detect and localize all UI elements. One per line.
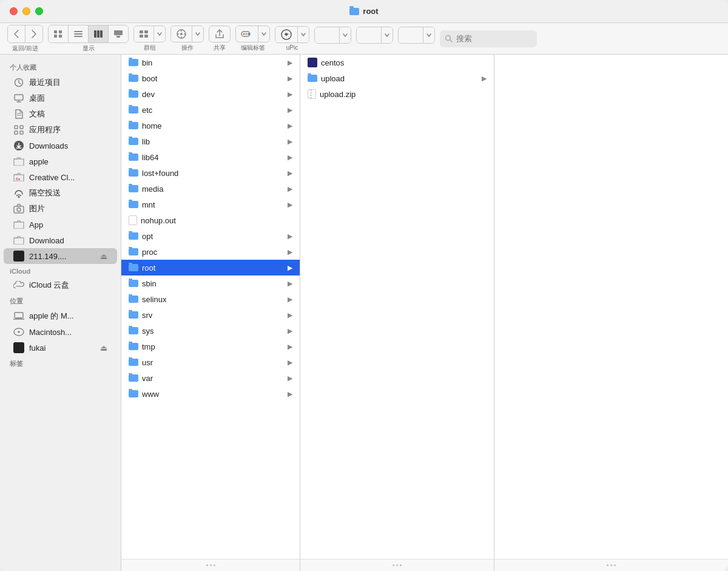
- file-row-etc[interactable]: etc ▶: [121, 102, 300, 118]
- group-main-button[interactable]: [134, 26, 153, 42]
- sidebar-item-documents[interactable]: 文稿: [4, 106, 117, 122]
- sidebar-item-fukai-drive[interactable]: 211.149.... ⏏: [4, 248, 117, 264]
- forward-button[interactable]: [25, 25, 42, 42]
- svg-rect-1: [59, 30, 62, 33]
- eject-button-drive[interactable]: ⏏: [100, 252, 107, 261]
- action-main-button[interactable]: [171, 26, 192, 42]
- eject-button-fukai[interactable]: ⏏: [100, 343, 107, 353]
- file-name: sbin: [129, 279, 288, 288]
- sidebar-item-downloads[interactable]: Downloads: [4, 138, 117, 154]
- sort-button-3: [398, 27, 435, 44]
- file-row-selinux[interactable]: selinux ▶: [121, 291, 300, 307]
- file-row-home[interactable]: home ▶: [121, 118, 300, 133]
- action-arrow-button[interactable]: [192, 26, 203, 42]
- file-name: var: [129, 374, 288, 383]
- chevron-icon: ▶: [288, 264, 292, 272]
- sort-main-2[interactable]: [357, 27, 381, 43]
- file-row-centos[interactable]: centos: [300, 55, 494, 70]
- view-icon-button[interactable]: [49, 25, 68, 42]
- edit-tag-button: [235, 25, 270, 42]
- file-row-proc[interactable]: proc ▶: [121, 244, 300, 260]
- minimize-button[interactable]: [22, 7, 30, 15]
- sidebar-item-apple[interactable]: apple: [4, 154, 117, 169]
- file-row-bin[interactable]: bin ▶: [121, 55, 300, 70]
- file-name: mnt: [129, 200, 288, 209]
- sidebar-item-airdrop[interactable]: 隔空投送: [4, 185, 117, 201]
- file-row-www[interactable]: www ▶: [121, 386, 300, 402]
- file-row-mnt[interactable]: mnt ▶: [121, 197, 300, 212]
- share-button[interactable]: [209, 25, 231, 42]
- file-row-srv[interactable]: srv ▶: [121, 307, 300, 323]
- sort-button-1: [314, 27, 351, 44]
- file-row-lib[interactable]: lib ▶: [121, 133, 300, 149]
- file-name: usr: [129, 358, 288, 367]
- chevron-icon: ▶: [288, 154, 292, 161]
- app-folder-icon: [13, 219, 24, 230]
- col2-handle[interactable]: [300, 559, 494, 571]
- file-row-nohup.out[interactable]: nohup.out: [121, 212, 300, 228]
- file-row-upload[interactable]: upload ▶: [300, 70, 494, 86]
- download-folder-icon: [13, 235, 24, 246]
- sort-arrow-2[interactable]: [381, 27, 393, 43]
- file-row-tmp[interactable]: tmp ▶: [121, 339, 300, 354]
- view-list-button[interactable]: [68, 25, 88, 42]
- preview-area: [494, 55, 728, 559]
- file-row-opt[interactable]: opt ▶: [121, 228, 300, 244]
- folder-icon: [129, 343, 138, 350]
- file-row-usr[interactable]: usr ▶: [121, 354, 300, 370]
- sidebar-item-download[interactable]: Download: [4, 232, 117, 248]
- maximize-button[interactable]: [35, 7, 43, 15]
- sidebar-item-icloud[interactable]: iCloud 云盘: [4, 277, 117, 293]
- sort-arrow-3[interactable]: [423, 27, 434, 43]
- col3-handle[interactable]: [494, 559, 728, 571]
- group-arrow-button[interactable]: [153, 26, 165, 42]
- search-box[interactable]: [440, 30, 537, 47]
- sidebar-item-macintosh[interactable]: Macintosh...: [4, 324, 117, 340]
- close-button[interactable]: [10, 7, 18, 15]
- svg-rect-9: [100, 30, 103, 38]
- sort-button-2: [356, 27, 393, 44]
- svg-rect-35: [20, 126, 23, 129]
- upic-main-button[interactable]: [275, 27, 297, 42]
- sidebar-item-desktop[interactable]: 桌面: [4, 90, 117, 106]
- file-row-var[interactable]: var ▶: [121, 370, 300, 386]
- camera-icon: [13, 203, 24, 214]
- file-row-sbin[interactable]: sbin ▶: [121, 275, 300, 291]
- svg-rect-2: [54, 35, 57, 38]
- file-row-dev[interactable]: dev ▶: [121, 86, 300, 102]
- sort-main-3[interactable]: [399, 27, 423, 43]
- file-row-boot[interactable]: boot ▶: [121, 70, 300, 86]
- file-row-root[interactable]: root ▶: [121, 260, 300, 275]
- apple-folder-icon: [13, 156, 24, 167]
- sort-arrow-1[interactable]: [339, 27, 351, 43]
- file-name: nohup.out: [129, 215, 292, 225]
- upic-arrow-button[interactable]: [297, 27, 309, 42]
- file-row-upload.zip[interactable]: upload.zip: [300, 86, 494, 102]
- chevron-icon: ▶: [288, 106, 292, 114]
- sort-main-1[interactable]: [315, 27, 339, 43]
- file-row-sys[interactable]: sys ▶: [121, 323, 300, 339]
- file-row-lib64[interactable]: lib64 ▶: [121, 149, 300, 165]
- sidebar-item-fukai[interactable]: fukai ⏏: [4, 340, 117, 356]
- back-button[interactable]: [8, 25, 25, 42]
- column-1: bin ▶ boot ▶ dev ▶ etc ▶ home: [121, 55, 300, 571]
- view-cover-button[interactable]: [108, 25, 128, 42]
- edit-tag-arrow-button[interactable]: [258, 26, 269, 42]
- file-name: bin: [129, 58, 288, 67]
- file-row-media[interactable]: media ▶: [121, 181, 300, 197]
- sidebar-item-app[interactable]: App: [4, 217, 117, 232]
- search-input[interactable]: [456, 34, 529, 43]
- view-column-button[interactable]: [88, 25, 108, 42]
- edit-tag-main-button[interactable]: [236, 26, 258, 42]
- sidebar-item-recents[interactable]: 最近项目: [4, 75, 117, 90]
- sidebar-item-apple-mac[interactable]: apple 的 M...: [4, 308, 117, 324]
- sidebar-item-apps[interactable]: 应用程序: [4, 122, 117, 138]
- sidebar-item-creative[interactable]: Cc Creative Cl...: [4, 169, 117, 185]
- file-row-lost+found[interactable]: lost+found ▶: [121, 165, 300, 181]
- sidebar-item-photos[interactable]: 图片: [4, 201, 117, 217]
- column-1-rows: bin ▶ boot ▶ dev ▶ etc ▶ home: [121, 55, 300, 402]
- file-name: centos: [308, 58, 487, 67]
- column-3: [494, 55, 728, 571]
- folder-icon: [129, 122, 138, 129]
- col1-handle[interactable]: [121, 559, 300, 571]
